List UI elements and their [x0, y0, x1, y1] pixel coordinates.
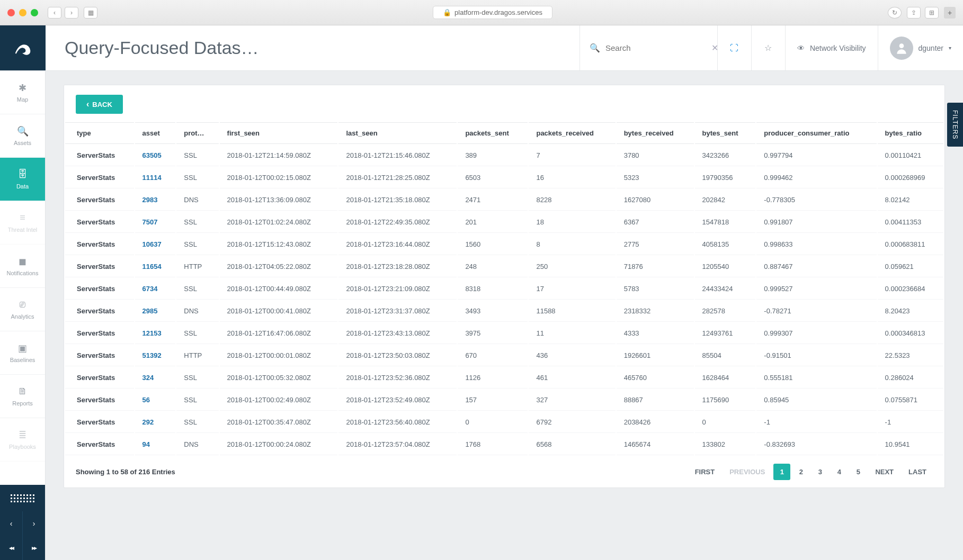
filters-tab[interactable]: FILTERS — [947, 103, 963, 147]
page-number[interactable]: 4 — [831, 464, 848, 480]
sidebar-last[interactable]: ▸▸ — [23, 536, 45, 560]
search-input[interactable] — [605, 43, 706, 52]
fullscreen-button[interactable]: ⛶ — [717, 25, 751, 70]
column-header[interactable]: asset — [135, 122, 176, 144]
sidebar-prev[interactable]: ‹ — [0, 511, 23, 536]
user-menu[interactable]: dgunter ▾ — [878, 25, 963, 70]
sidebar-item-reports[interactable]: 🗎Reports — [0, 375, 45, 418]
table-cell: 12493761 — [695, 323, 756, 344]
table-cell: 2018-01-12T01:02:24.080Z — [220, 212, 338, 233]
asset-link-cell[interactable]: 94 — [135, 434, 176, 455]
asset-link-cell[interactable]: 2983 — [135, 189, 176, 211]
table-row[interactable]: ServerStats7507SSL2018-01-12T01:02:24.08… — [65, 212, 943, 233]
table-row[interactable]: ServerStats2985DNS2018-01-12T00:00:41.08… — [65, 301, 943, 322]
table-row[interactable]: ServerStats51392HTTP2018-01-12T00:00:01.… — [65, 345, 943, 366]
new-tab-icon[interactable]: ⊞ — [925, 7, 939, 19]
asset-link-cell[interactable]: 7507 — [135, 212, 176, 233]
sidebar-item-analytics[interactable]: ⎚Analytics — [0, 288, 45, 331]
column-header[interactable]: last_seen — [338, 122, 457, 144]
minimize-window[interactable] — [19, 9, 26, 16]
page-next[interactable]: NEXT — [869, 464, 900, 480]
column-header[interactable]: bytes_ratio — [878, 122, 943, 144]
asset-link-cell[interactable]: 10637 — [135, 234, 176, 255]
asset-link-cell[interactable]: 51392 — [135, 345, 176, 366]
sidebar-item-notifications[interactable]: ◼Notifications — [0, 245, 45, 288]
asset-link-cell[interactable]: 11654 — [135, 256, 176, 277]
maximize-window[interactable] — [31, 9, 38, 16]
column-header[interactable]: type — [65, 122, 134, 144]
table-row[interactable]: ServerStats324SSL2018-01-12T00:05:32.080… — [65, 367, 943, 389]
table-row[interactable]: ServerStats10637SSL2018-01-12T15:12:43.0… — [65, 234, 943, 255]
favorite-button[interactable]: ☆ — [751, 25, 785, 70]
reload-icon[interactable]: ↻ — [888, 7, 902, 19]
table-cell: 1547818 — [695, 212, 756, 233]
network-visibility-button[interactable]: 👁 Network Visibility — [785, 25, 878, 70]
table-row[interactable]: ServerStats12153SSL2018-01-12T16:47:06.0… — [65, 323, 943, 344]
table-row[interactable]: ServerStats6734SSL2018-01-12T00:44:49.08… — [65, 278, 943, 300]
asset-link-cell[interactable]: 12153 — [135, 323, 176, 344]
column-header[interactable]: prot… — [176, 122, 218, 144]
asset-link-cell[interactable]: 6734 — [135, 278, 176, 300]
bars-icon: ≡ — [17, 213, 28, 223]
column-header[interactable]: first_seen — [220, 122, 338, 144]
table-cell: 4058135 — [695, 234, 756, 255]
asset-link-cell[interactable]: 11114 — [135, 167, 176, 188]
table-row[interactable]: ServerStats11654HTTP2018-01-12T04:05:22.… — [65, 256, 943, 277]
sidebar-item-threat-intel[interactable]: ≡Threat Intel — [0, 201, 45, 245]
sidebar-first[interactable]: ◂◂ — [0, 536, 23, 560]
table-row[interactable]: ServerStats56SSL2018-01-12T00:02:49.080Z… — [65, 390, 943, 411]
asset-link-cell[interactable]: 56 — [135, 390, 176, 411]
asset-link-cell[interactable]: 292 — [135, 412, 176, 433]
close-window[interactable] — [7, 9, 15, 16]
page-number[interactable]: 2 — [792, 464, 809, 480]
back-button[interactable]: BACK — [76, 95, 123, 114]
search-icon: 🔍 — [590, 43, 600, 53]
brand-logo[interactable] — [0, 25, 46, 70]
table-cell: HTTP — [176, 345, 218, 366]
table-cell: 0.998633 — [756, 234, 876, 255]
table-cell: 1205540 — [695, 256, 756, 277]
browser-back[interactable]: ‹ — [48, 7, 61, 19]
search-box[interactable]: 🔍 ✕ — [579, 25, 717, 70]
column-header[interactable]: packets_received — [529, 122, 615, 144]
table-cell: 11 — [529, 323, 615, 344]
table-cell: 248 — [458, 256, 528, 277]
browser-forward[interactable]: › — [65, 7, 78, 19]
table-cell: 18 — [529, 212, 615, 233]
table-cell: 2018-01-12T00:02:49.080Z — [220, 390, 338, 411]
table-cell: 6503 — [458, 167, 528, 188]
column-header[interactable]: producer_consumer_ratio — [756, 122, 876, 144]
browser-tabs-icon[interactable]: ▦ — [84, 7, 97, 19]
keyboard-grid-button[interactable] — [0, 485, 45, 511]
table-row[interactable]: ServerStats2983DNS2018-01-12T13:36:09.08… — [65, 189, 943, 211]
table-cell: 0.000683811 — [878, 234, 943, 255]
page-number[interactable]: 1 — [773, 464, 790, 480]
sidebar-item-baselines[interactable]: ▣Baselines — [0, 331, 45, 375]
table-row[interactable]: ServerStats292SSL2018-01-12T00:35:47.080… — [65, 412, 943, 433]
add-tab-button[interactable]: + — [944, 7, 956, 19]
page-previous[interactable]: PREVIOUS — [723, 464, 771, 480]
table-cell: 201 — [458, 212, 528, 233]
asset-link-cell[interactable]: 63505 — [135, 145, 176, 166]
address-bar[interactable]: 🔒 platform-dev.dragos.services — [433, 6, 552, 19]
page-number[interactable]: 3 — [812, 464, 828, 480]
asset-link-cell[interactable]: 2985 — [135, 301, 176, 322]
table-cell: 1627080 — [617, 189, 694, 211]
column-header[interactable]: packets_sent — [458, 122, 528, 144]
table-row[interactable]: ServerStats94DNS2018-01-12T00:00:24.080Z… — [65, 434, 943, 455]
column-header[interactable]: bytes_received — [617, 122, 694, 144]
sidebar-item-map[interactable]: ✱Map — [0, 71, 45, 114]
table-row[interactable]: ServerStats63505SSL2018-01-12T21:14:59.0… — [65, 145, 943, 166]
asset-link-cell[interactable]: 324 — [135, 367, 176, 389]
sidebar-next[interactable]: › — [23, 511, 45, 536]
page-first[interactable]: FIRST — [689, 464, 721, 480]
sidebar-item-assets[interactable]: 🔍Assets — [0, 114, 45, 158]
page-last[interactable]: LAST — [902, 464, 933, 480]
table-row[interactable]: ServerStats11114SSL2018-01-12T00:02:15.0… — [65, 167, 943, 188]
column-header[interactable]: bytes_sent — [695, 122, 756, 144]
sidebar-item-playbooks[interactable]: ≣Playbooks — [0, 418, 45, 462]
page-number[interactable]: 5 — [850, 464, 867, 480]
share-icon[interactable]: ⇪ — [907, 7, 921, 19]
table-cell: 0.0755871 — [878, 390, 943, 411]
sidebar-item-data[interactable]: 🗄Data — [0, 158, 45, 201]
